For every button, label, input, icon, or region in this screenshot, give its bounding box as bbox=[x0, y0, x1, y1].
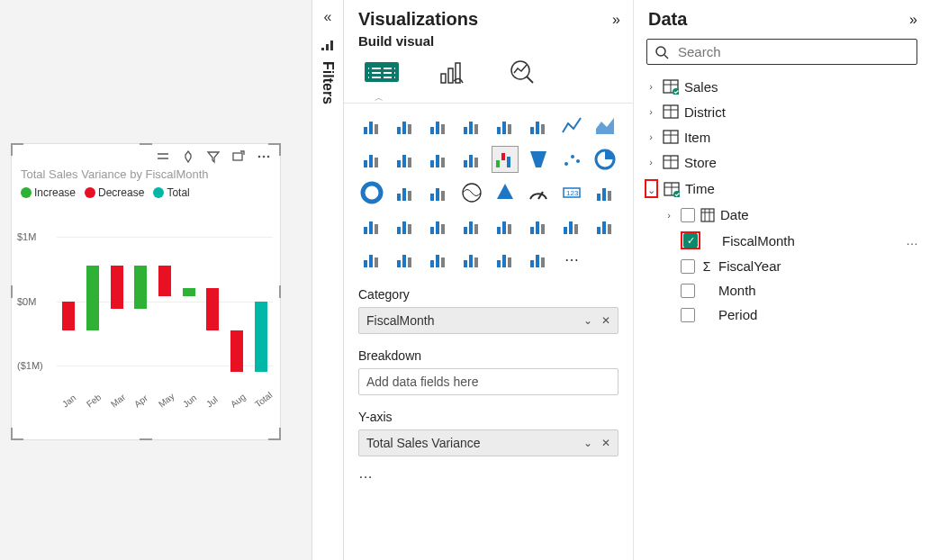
viz-stacked-bar[interactable] bbox=[358, 113, 385, 140]
viz-map[interactable] bbox=[425, 179, 452, 206]
viz-matrix[interactable] bbox=[458, 212, 485, 239]
field-fiscalyear[interactable]: ΣFiscalYear bbox=[645, 254, 919, 278]
viz-ribbon[interactable] bbox=[458, 146, 485, 173]
bar-Jul[interactable] bbox=[201, 204, 225, 398]
table-time[interactable]: ⌄Time bbox=[645, 175, 919, 203]
resize-handle-tr[interactable] bbox=[268, 143, 281, 156]
search-input[interactable] bbox=[676, 43, 909, 60]
field-more-icon[interactable]: … bbox=[906, 233, 919, 248]
field-fiscalmonth[interactable]: ✓FiscalMonth… bbox=[645, 227, 919, 254]
resize-handle-tl[interactable] bbox=[11, 143, 23, 156]
resize-handle-l[interactable] bbox=[11, 285, 13, 298]
viz-multi-row-card[interactable] bbox=[591, 179, 618, 206]
viz-funnel[interactable] bbox=[525, 146, 552, 173]
sum-icon: Σ bbox=[700, 259, 713, 274]
viz-decomposition-tree[interactable] bbox=[591, 212, 618, 239]
viz-line[interactable] bbox=[558, 113, 585, 140]
category-well[interactable]: FiscalMonth ⌄✕ bbox=[358, 307, 618, 334]
viz-clustered-column[interactable] bbox=[458, 113, 485, 140]
viz-line-stacked-column[interactable] bbox=[392, 146, 419, 173]
viz-smart-narrative[interactable] bbox=[392, 246, 419, 273]
table-item[interactable]: ›Item bbox=[645, 124, 919, 149]
viz-scatter[interactable] bbox=[558, 146, 585, 173]
resize-handle-b[interactable] bbox=[140, 438, 152, 440]
viz-gauge[interactable] bbox=[525, 179, 552, 206]
viz-qna[interactable] bbox=[358, 246, 385, 273]
expand-filters-icon[interactable]: « bbox=[324, 5, 332, 32]
tab-analytics[interactable] bbox=[502, 56, 542, 88]
viz-azure-map[interactable] bbox=[492, 179, 519, 206]
breakdown-well[interactable]: Add data fields here bbox=[358, 368, 618, 395]
tab-build[interactable] bbox=[362, 56, 402, 88]
filters-pane-collapsed[interactable]: « Filters bbox=[312, 0, 344, 560]
legend-increase[interactable]: Increase bbox=[21, 186, 76, 199]
bar-Apr[interactable] bbox=[129, 204, 153, 398]
viz-line-clustered-column[interactable] bbox=[425, 146, 452, 173]
resize-handle-r[interactable] bbox=[279, 285, 281, 298]
field-remove-icon[interactable]: ✕ bbox=[601, 314, 610, 327]
field-dropdown-icon[interactable]: ⌄ bbox=[583, 314, 592, 327]
resize-handle-br[interactable] bbox=[268, 428, 281, 440]
bar-Jan[interactable] bbox=[57, 204, 81, 398]
hierarchy-icon bbox=[700, 208, 715, 222]
viz-key-influencers[interactable] bbox=[558, 212, 585, 239]
viz-kpi[interactable] bbox=[358, 212, 385, 239]
viz-pie[interactable] bbox=[591, 146, 618, 173]
viz-waterfall[interactable] bbox=[492, 146, 519, 173]
viz-stacked-area[interactable] bbox=[358, 146, 385, 173]
viz-power-automate[interactable] bbox=[525, 246, 552, 273]
viz-donut[interactable] bbox=[358, 179, 385, 206]
viz-100-stacked-column[interactable] bbox=[525, 113, 552, 140]
viz-treemap[interactable] bbox=[392, 179, 419, 206]
filter-icon[interactable] bbox=[206, 149, 221, 164]
checkbox-checked[interactable]: ✓ bbox=[683, 233, 698, 248]
viz-card[interactable]: 123 bbox=[558, 179, 585, 206]
viz-clustered-bar[interactable] bbox=[425, 113, 452, 140]
legend-decrease[interactable]: Decrease bbox=[85, 186, 144, 199]
collapse-data-icon[interactable]: » bbox=[909, 12, 917, 28]
bar-May[interactable] bbox=[153, 204, 177, 398]
field-month[interactable]: Month bbox=[645, 278, 919, 303]
viz-metrics[interactable] bbox=[458, 246, 485, 273]
resize-handle-bl[interactable] bbox=[11, 428, 23, 440]
table-district[interactable]: ›District bbox=[645, 99, 919, 124]
viz-r-visual[interactable] bbox=[492, 212, 519, 239]
pin-icon[interactable] bbox=[181, 149, 195, 164]
table-sales[interactable]: ›Sales bbox=[645, 74, 919, 99]
viz-more[interactable]: ⋯ bbox=[558, 246, 585, 273]
resize-handle-t[interactable] bbox=[140, 143, 152, 145]
viz-paginated[interactable] bbox=[425, 246, 452, 273]
checkbox[interactable] bbox=[681, 284, 695, 298]
viz-100-stacked-bar[interactable] bbox=[492, 113, 519, 140]
report-canvas[interactable]: Total Sales Variance by FiscalMonth Incr… bbox=[0, 0, 312, 560]
viz-slicer[interactable] bbox=[392, 212, 419, 239]
table-store[interactable]: ›Store bbox=[645, 149, 919, 175]
checkbox[interactable] bbox=[681, 308, 695, 322]
field-remove-icon[interactable]: ✕ bbox=[601, 437, 610, 449]
viz-area[interactable] bbox=[591, 113, 618, 140]
focus-icon[interactable] bbox=[231, 149, 246, 164]
viz-stacked-column[interactable] bbox=[392, 113, 419, 140]
field-dropdown-icon[interactable]: ⌄ bbox=[583, 437, 592, 449]
waterfall-visual[interactable]: Total Sales Variance by FiscalMonth Incr… bbox=[11, 143, 281, 440]
checkbox[interactable] bbox=[681, 259, 695, 274]
bar-Total[interactable] bbox=[248, 204, 273, 398]
drillmode-icon[interactable] bbox=[156, 149, 170, 164]
viz-table[interactable] bbox=[425, 212, 452, 239]
checkbox[interactable] bbox=[681, 208, 695, 222]
bar-Aug[interactable] bbox=[225, 204, 249, 398]
bar-Feb[interactable] bbox=[81, 204, 105, 398]
viz-filled-map[interactable] bbox=[458, 179, 485, 206]
collapse-viz-icon[interactable]: » bbox=[612, 12, 620, 28]
tab-format[interactable] bbox=[432, 56, 472, 88]
field-date[interactable]: ›Date bbox=[645, 203, 919, 227]
field-period[interactable]: Period bbox=[645, 303, 919, 327]
viz-py-visual[interactable] bbox=[525, 212, 552, 239]
yaxis-well[interactable]: Total Sales Variance ⌄✕ bbox=[358, 429, 618, 456]
viz-power-apps[interactable] bbox=[492, 246, 519, 273]
bar-Mar[interactable] bbox=[104, 204, 129, 398]
legend-total[interactable]: Total bbox=[153, 186, 189, 199]
more-fields-icon[interactable]: … bbox=[344, 465, 633, 482]
search-input-wrapper[interactable] bbox=[646, 39, 917, 65]
bar-Jun[interactable] bbox=[176, 204, 201, 398]
